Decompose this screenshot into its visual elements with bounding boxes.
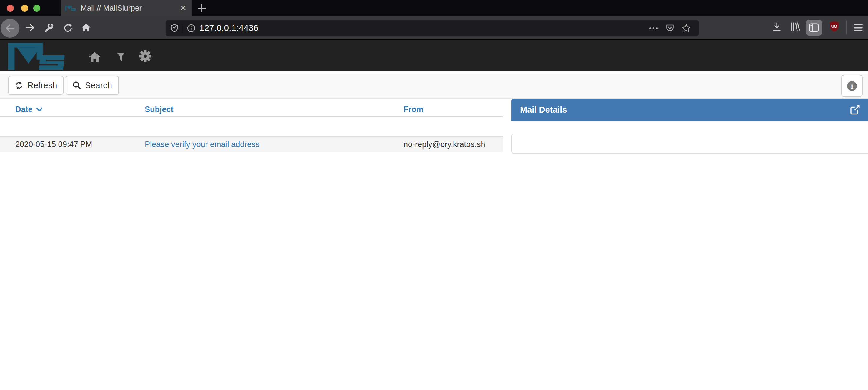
back-icon xyxy=(5,23,15,33)
back-button[interactable] xyxy=(1,19,20,38)
app-toolbar: Refresh Search i xyxy=(0,74,868,98)
mail-details-panel: Mail Details xyxy=(511,98,868,153)
tab-close-icon[interactable]: × xyxy=(178,0,188,16)
mail-from: no-reply@ory.kratos.sh xyxy=(404,137,485,152)
app-navbar xyxy=(0,39,868,71)
panel-title: Mail Details xyxy=(520,98,567,121)
table-header-divider xyxy=(0,116,503,117)
library-icon[interactable] xyxy=(790,22,800,31)
bookmark-star-icon[interactable] xyxy=(682,24,691,32)
page-actions-ellipsis-icon[interactable] xyxy=(649,27,658,30)
mail-row[interactable]: 2020-05-15 09:47 PM Please verify your e… xyxy=(0,137,503,152)
refresh-icon xyxy=(15,81,24,90)
plus-icon xyxy=(197,3,207,13)
forward-icon[interactable] xyxy=(25,22,35,33)
sidebar-button-active[interactable] xyxy=(806,20,822,36)
new-tab-button[interactable] xyxy=(195,0,209,16)
browser-titlebar: Mail // MailSlurper × xyxy=(0,0,868,16)
divider xyxy=(183,24,183,33)
info-button[interactable]: i xyxy=(841,75,863,97)
mail-subject-link[interactable]: Please verify your email address xyxy=(145,137,259,152)
column-header-subject[interactable]: Subject xyxy=(145,103,174,115)
mail-details-header: Mail Details xyxy=(511,98,868,121)
tab-title: Mail // MailSlurper xyxy=(81,3,142,13)
address-bar[interactable]: 127.0.0.1:4436 xyxy=(165,20,699,36)
column-header-from[interactable]: From xyxy=(404,103,424,115)
search-icon xyxy=(72,81,81,90)
mailslurper-logo xyxy=(7,43,71,70)
mail-date: 2020-05-15 09:47 PM xyxy=(15,137,92,152)
column-label: Subject xyxy=(145,103,174,115)
browser-tab[interactable]: Mail // MailSlurper × xyxy=(61,0,192,16)
sidebar-icon xyxy=(809,23,819,33)
window-zoom-button[interactable] xyxy=(33,5,40,12)
svg-text:i: i xyxy=(850,82,853,90)
info-circle-icon: i xyxy=(846,81,858,91)
pocket-icon[interactable] xyxy=(665,24,674,32)
column-header-date[interactable]: Date xyxy=(15,103,43,115)
mailslurper-favicon-icon xyxy=(65,5,77,11)
gear-icon[interactable] xyxy=(139,50,152,63)
tracking-protection-shield-icon[interactable] xyxy=(170,24,179,32)
window-minimize-button[interactable] xyxy=(21,5,28,12)
toolbar-separator xyxy=(846,21,847,34)
search-button[interactable]: Search xyxy=(66,76,119,95)
mail-details-body xyxy=(511,133,868,153)
wrench-icon[interactable] xyxy=(43,22,54,33)
url-text[interactable]: 127.0.0.1:4436 xyxy=(199,23,258,33)
search-label: Search xyxy=(85,81,112,90)
chevron-down-icon xyxy=(36,107,43,112)
column-label: From xyxy=(404,103,424,115)
svg-text:uO: uO xyxy=(831,24,837,29)
refresh-button[interactable]: Refresh xyxy=(8,76,64,95)
screen: Mail // MailSlurper × xyxy=(0,0,868,390)
site-info-icon[interactable] xyxy=(187,24,195,33)
home-icon[interactable] xyxy=(81,22,91,33)
downloads-icon[interactable] xyxy=(772,22,781,31)
refresh-label: Refresh xyxy=(27,81,57,90)
filter-icon[interactable] xyxy=(117,53,125,61)
browser-toolbar: 127.0.0.1:4436 xyxy=(0,16,868,39)
column-label: Date xyxy=(15,103,33,115)
menu-hamburger-icon[interactable] xyxy=(854,24,863,32)
external-link-icon[interactable] xyxy=(849,104,861,115)
reload-icon[interactable] xyxy=(62,22,73,33)
ublock-origin-icon[interactable]: uO xyxy=(829,21,840,32)
home-icon[interactable] xyxy=(89,52,101,63)
window-close-button[interactable] xyxy=(7,5,14,12)
